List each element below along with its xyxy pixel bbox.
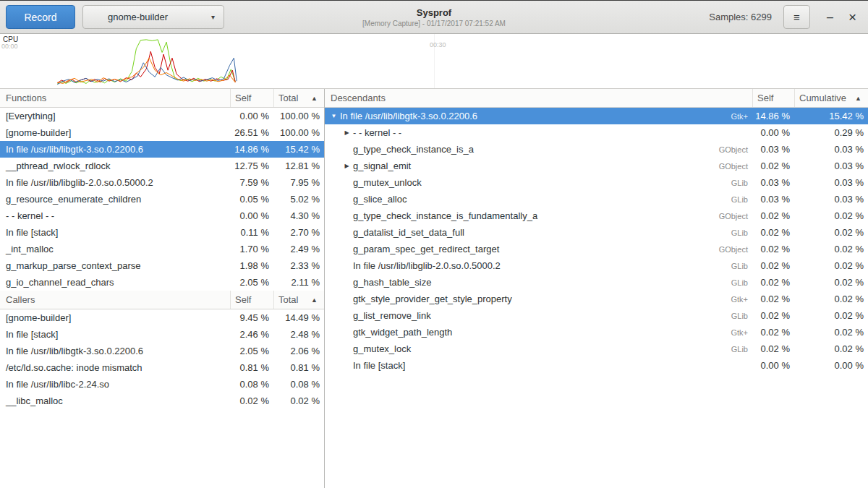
column-label: Cumulative (799, 93, 846, 103)
table-row[interactable]: _int_malloc1.70 %2.49 % (0, 241, 324, 257)
table-row[interactable]: In file /usr/lib/libgtk-3.so.0.2200.62.0… (0, 343, 324, 359)
callers-column-header[interactable]: Callers (0, 291, 230, 309)
library-badge: Gtk+ (723, 112, 752, 121)
time-label-mid: 00:30 (430, 41, 446, 48)
tree-row[interactable]: In file /usr/lib/libglib-2.0.so.0.5000.2… (325, 257, 868, 274)
library-badge: Gtk+ (723, 328, 752, 337)
self-value: 14.86 % (752, 111, 794, 121)
cpu-graph[interactable]: CPU 00:00 00:30 (0, 34, 868, 88)
table-row[interactable]: __libc_malloc0.02 %0.02 % (0, 393, 324, 409)
expander-open-icon[interactable]: ▼ (328, 113, 340, 119)
self-column-header[interactable]: Self (752, 89, 794, 107)
table-row[interactable]: g_markup_parse_context_parse1.98 %2.33 % (0, 257, 324, 274)
table-row[interactable]: In file /usr/lib/libglib-2.0.so.0.5000.2… (0, 174, 324, 191)
table-row[interactable]: g_resource_enumerate_children0.05 %5.02 … (0, 191, 324, 207)
tree-row[interactable]: ▶g_signal_emitGObject0.02 %0.03 % (325, 158, 868, 174)
tree-row[interactable]: g_mutex_unlockGLib0.03 %0.03 % (325, 174, 868, 191)
tree-row[interactable]: ▶- - kernel - -0.00 %0.29 % (325, 124, 868, 141)
expander-closed-icon[interactable]: ▶ (341, 163, 353, 169)
self-column-header[interactable]: Self (230, 291, 273, 309)
table-row[interactable]: In file /usr/lib/libgtk-3.so.0.2200.614.… (0, 141, 324, 158)
total-column-header[interactable]: Total ▲ (273, 89, 324, 107)
capture-subtitle: [Memory Capture] - 01/17/2017 07:21:52 A… (362, 20, 506, 27)
tree-name-cell: ▶- - kernel - - (325, 127, 752, 138)
self-value: 0.11 % (230, 227, 273, 238)
cumulative-column-header[interactable]: Cumulative ▲ (794, 89, 868, 107)
tree-row[interactable]: gtk_widget_path_lengthGtk+0.02 %0.02 % (325, 324, 868, 341)
total-value: 5.02 % (273, 194, 324, 205)
tree-row[interactable]: g_param_spec_get_redirect_targetGObject0… (325, 241, 868, 257)
app-title: Sysprof (362, 7, 506, 18)
cumulative-value: 0.02 % (794, 260, 868, 271)
self-value: 0.03 % (752, 194, 794, 205)
tree-row[interactable]: In file [stack]0.00 %0.00 % (325, 357, 868, 374)
total-value: 2.70 % (273, 227, 324, 238)
function-name: g_datalist_id_set_data_full (353, 227, 464, 238)
tree-row[interactable]: g_type_check_instance_is_aGObject0.03 %0… (325, 141, 868, 158)
column-label: Self (235, 294, 251, 305)
tree-row[interactable]: ▼In file /usr/lib/libgtk-3.so.0.2200.6Gt… (325, 108, 868, 124)
self-value: 0.03 % (752, 177, 794, 188)
close-button[interactable]: × (843, 7, 862, 27)
table-row[interactable]: In file /usr/lib/libc-2.24.so0.08 %0.08 … (0, 376, 324, 393)
minimize-button[interactable]: – (820, 7, 840, 27)
library-badge: GObject (712, 212, 752, 221)
table-row[interactable]: - - kernel - -0.00 %4.30 % (0, 207, 324, 224)
table-row[interactable]: __pthread_rwlock_rdlock12.75 %12.81 % (0, 158, 324, 174)
function-name: g_list_remove_link (353, 310, 431, 321)
self-column-header[interactable]: Self (230, 89, 273, 107)
self-value: 0.02 % (752, 294, 794, 304)
function-name: [Everything] (0, 111, 230, 121)
table-row[interactable]: /etc/ld.so.cache: inode mismatch0.81 %0.… (0, 359, 324, 376)
cumulative-value: 0.03 % (794, 160, 868, 171)
tree-name-cell: ▼In file /usr/lib/libgtk-3.so.0.2200.6Gt… (325, 111, 752, 121)
self-value: 26.51 % (230, 127, 273, 138)
function-name: In file [stack] (353, 360, 405, 371)
functions-column-header[interactable]: Functions (0, 89, 230, 107)
function-name: g_io_channel_read_chars (0, 277, 230, 288)
descendants-pane: Descendants Self Cumulative ▲ ▼In file /… (324, 89, 868, 488)
descendants-column-header[interactable]: Descendants (325, 89, 752, 107)
tree-name-cell: g_param_spec_get_redirect_targetGObject (325, 244, 752, 254)
self-value: 0.00 % (752, 360, 794, 371)
menu-button[interactable]: ≡ (783, 5, 810, 29)
function-name: g_type_check_instance_is_fundamentally_a (353, 210, 537, 221)
total-value: 2.49 % (273, 244, 324, 254)
functions-pane: Functions Self Total ▲ [Everything]0.00 … (0, 89, 324, 488)
expander-closed-icon[interactable]: ▶ (341, 129, 353, 136)
table-row[interactable]: g_io_channel_read_chars2.05 %2.11 % (0, 274, 324, 291)
tree-row[interactable]: g_slice_allocGLib0.03 %0.03 % (325, 191, 868, 207)
function-name: - - kernel - - (353, 127, 401, 138)
self-value: 14.86 % (230, 144, 273, 155)
library-badge: GObject (712, 245, 752, 254)
tree-row[interactable]: g_hash_table_sizeGLib0.02 %0.02 % (325, 274, 868, 291)
total-value: 4.30 % (273, 210, 324, 221)
tree-row[interactable]: g_datalist_id_set_data_fullGLib0.02 %0.0… (325, 224, 868, 241)
self-value: 1.70 % (230, 244, 273, 254)
process-selector-dropdown[interactable]: gnome-builder ▾ (82, 5, 224, 29)
function-name: In file /usr/lib/libglib-2.0.so.0.5000.2 (353, 260, 501, 271)
tree-row[interactable]: g_list_remove_linkGLib0.02 %0.02 % (325, 307, 868, 324)
total-column-header[interactable]: Total ▲ (273, 291, 324, 309)
function-name: In file /usr/lib/libgtk-3.so.0.2200.6 (0, 144, 230, 155)
table-row[interactable]: In file [stack]2.46 %2.48 % (0, 326, 324, 343)
self-value: 9.45 % (230, 312, 273, 323)
tree-name-cell: g_mutex_unlockGLib (325, 177, 752, 188)
table-row[interactable]: [Everything]0.00 %100.00 % (0, 108, 324, 124)
tree-row[interactable]: gtk_style_provider_get_style_propertyGtk… (325, 291, 868, 307)
function-name: In file /usr/lib/libc-2.24.so (0, 379, 230, 390)
tree-row[interactable]: g_mutex_lockGLib0.02 %0.02 % (325, 341, 868, 357)
table-row[interactable]: [gnome-builder]9.45 %14.49 % (0, 309, 324, 326)
self-value: 0.02 % (752, 277, 794, 288)
self-value: 0.81 % (230, 362, 273, 373)
table-row[interactable]: [gnome-builder]26.51 %100.00 % (0, 124, 324, 141)
record-button[interactable]: Record (6, 5, 75, 29)
minimize-icon: – (827, 11, 833, 24)
tree-row[interactable]: g_type_check_instance_is_fundamentally_a… (325, 207, 868, 224)
table-row[interactable]: In file [stack]0.11 %2.70 % (0, 224, 324, 241)
tree-name-cell: In file [stack] (325, 360, 752, 371)
self-value: 2.46 % (230, 329, 273, 340)
function-name: g_markup_parse_context_parse (0, 260, 230, 271)
sysprof-window: Record gnome-builder ▾ Sysprof [Memory C… (0, 0, 868, 488)
tree-name-cell: g_datalist_id_set_data_fullGLib (325, 227, 752, 238)
